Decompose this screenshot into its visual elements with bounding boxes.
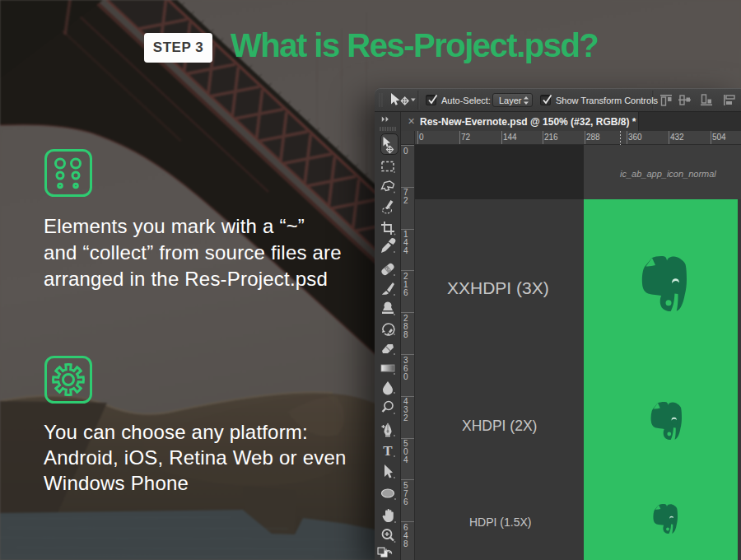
svg-text:T: T [383,443,393,459]
